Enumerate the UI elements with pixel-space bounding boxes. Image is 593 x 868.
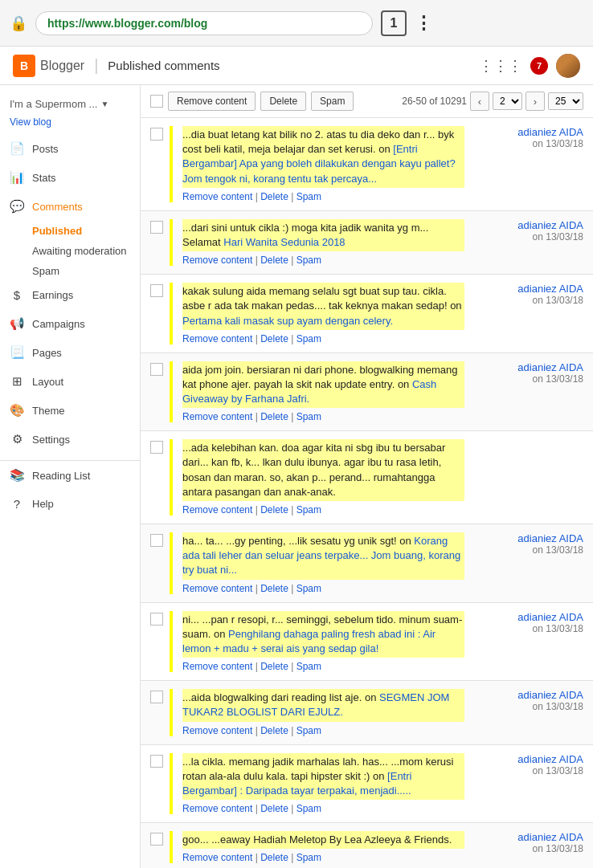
next-page-button[interactable]: › (526, 92, 545, 111)
sidebar-item-theme[interactable]: 🎨 Theme (0, 396, 140, 425)
blogger-name: Blogger (40, 59, 84, 73)
sidebar-sub-published[interactable]: Published (0, 221, 140, 241)
remove-content-link[interactable]: Remove content (182, 333, 252, 344)
remove-content-link[interactable]: Remove content (182, 852, 252, 863)
sidebar-item-settings[interactable]: ⚙ Settings (0, 425, 140, 454)
comment-text: ni... ...pan r resopi, r... seminggi, se… (182, 611, 464, 658)
comment-text: ...dia buat letang kat bilik no 2. atas … (182, 126, 464, 188)
comment-link[interactable]: Cash Giveaway by Farhana Jafri. (182, 378, 436, 405)
per-page-select[interactable]: 25 (548, 92, 583, 110)
remove-content-link[interactable]: Remove content (182, 661, 252, 672)
comment-checkbox[interactable] (150, 534, 163, 547)
delete-link[interactable]: Delete (260, 504, 288, 516)
delete-link[interactable]: Delete (260, 255, 288, 266)
remove-content-link[interactable]: Remove content (182, 191, 252, 202)
commenter-name: adianiez AIDA (471, 831, 583, 843)
spam-link[interactable]: Spam (296, 333, 321, 344)
sidebar-item-posts[interactable]: 📄 Posts (0, 134, 140, 163)
sidebar-label-comments: Comments (32, 201, 83, 213)
header-title: Published comments (108, 59, 219, 72)
remove-content-link[interactable]: Remove content (182, 504, 252, 516)
comments-toolbar: Remove content Delete Spam 26-50 of 1029… (141, 85, 593, 118)
spam-link[interactable]: Spam (296, 191, 321, 202)
comment-checkbox[interactable] (150, 833, 163, 846)
browser-menu-icon[interactable]: ⋮ (415, 13, 431, 34)
delete-button[interactable]: Delete (260, 92, 306, 111)
layout-icon: ⊞ (10, 374, 24, 389)
grid-icon[interactable]: ⋮⋮⋮ (479, 57, 522, 75)
comment-link[interactable]: Pertama kali masak sup ayam dengan celer… (182, 315, 393, 327)
comment-date: on 13/03/18 (471, 843, 583, 854)
comment-actions: Remove content | Delete | Spam (182, 661, 464, 672)
spam-link[interactable]: Spam (296, 803, 321, 814)
sidebar-sub-awaiting[interactable]: Awaiting moderation (0, 241, 140, 261)
table-row: goo... ...eaway Hadiah Meletop By Lea Az… (141, 823, 593, 868)
notification-badge[interactable]: 7 (530, 57, 548, 75)
sidebar-item-earnings[interactable]: $ Earnings (0, 281, 140, 309)
remove-content-button[interactable]: Remove content (168, 92, 256, 111)
comment-text: kakak sulung aida memang selalu sgt buat… (182, 283, 464, 330)
commenter-name: adianiez AIDA (471, 283, 583, 295)
sidebar-item-layout[interactable]: ⊞ Layout (0, 367, 140, 396)
remove-content-link[interactable]: Remove content (182, 411, 252, 422)
sidebar-item-reading-list[interactable]: 📚 Reading List (0, 461, 140, 490)
spam-link[interactable]: Spam (296, 852, 321, 863)
comment-meta: adianiez AIDA on 13/03/18 (471, 219, 583, 242)
sidebar-label-campaigns: Campaigns (32, 318, 85, 330)
spam-link[interactable]: Spam (296, 583, 321, 594)
sidebar-item-campaigns[interactable]: 📢 Campaigns (0, 309, 140, 338)
delete-link[interactable]: Delete (260, 411, 288, 422)
comment-checkbox[interactable] (150, 441, 163, 454)
delete-link[interactable]: Delete (260, 725, 288, 736)
remove-content-link[interactable]: Remove content (182, 803, 252, 814)
delete-link[interactable]: Delete (260, 803, 288, 814)
comment-checkbox[interactable] (150, 691, 163, 703)
spam-link[interactable]: Spam (296, 725, 321, 736)
comment-checkbox[interactable] (150, 755, 163, 768)
comment-checkbox[interactable] (150, 221, 163, 234)
comment-strip (170, 219, 173, 266)
sidebar-sub-spam[interactable]: Spam (0, 261, 140, 281)
pagination-range: 26-50 of 10291 (402, 96, 467, 107)
spam-link[interactable]: Spam (296, 411, 321, 422)
comment-link[interactable]: Hari Wanita Sedunia 2018 (223, 236, 345, 248)
remove-content-link[interactable]: Remove content (182, 583, 252, 594)
comment-strip (170, 611, 173, 673)
comment-link[interactable]: [Entri Bergambar] Apa yang boleh dilakuk… (182, 143, 456, 184)
remove-content-link[interactable]: Remove content (182, 255, 252, 266)
page-select[interactable]: 2 (493, 92, 522, 110)
comment-link[interactable]: SEGMEN JOM TUKAR2 BLOGLIST DARI EJULZ. (182, 691, 449, 718)
tab-badge[interactable]: 1 (381, 10, 407, 36)
remove-content-link[interactable]: Remove content (182, 725, 252, 736)
spam-link[interactable]: Spam (296, 255, 321, 266)
sidebar-item-help[interactable]: ? Help (0, 490, 140, 518)
delete-link[interactable]: Delete (260, 333, 288, 344)
comment-link[interactable]: [Entri Bergambar] : Daripada tayar terpa… (182, 770, 411, 797)
comment-link[interactable]: Penghilang dahaga paling fresh abad ini … (182, 628, 436, 654)
delete-link[interactable]: Delete (260, 191, 288, 202)
comment-checkbox[interactable] (150, 613, 163, 626)
spam-button[interactable]: Spam (311, 92, 354, 111)
url-bar[interactable]: https://www.blogger.com/blog (35, 11, 373, 35)
sidebar-item-pages[interactable]: 📃 Pages (0, 338, 140, 367)
comment-link[interactable]: Korang ada tali leher dan seluar jeans t… (182, 535, 460, 576)
select-all-checkbox[interactable] (150, 95, 163, 108)
delete-link[interactable]: Delete (260, 583, 288, 594)
comment-body: ni... ...pan r resopi, r... seminggi, se… (182, 611, 464, 673)
comment-checkbox[interactable] (150, 363, 163, 376)
comment-checkbox[interactable] (150, 128, 163, 141)
delete-link[interactable]: Delete (260, 661, 288, 672)
sidebar-item-stats[interactable]: 📊 Stats (0, 163, 140, 192)
sidebar-item-comments[interactable]: 💬 Comments (0, 192, 140, 221)
blog-title-row[interactable]: I'm a Supermom ... ▼ (0, 92, 140, 116)
spam-link[interactable]: Spam (296, 661, 321, 672)
comment-text: ha... ta... ...gy penting, ...lik sesatu… (182, 532, 464, 580)
delete-link[interactable]: Delete (260, 852, 288, 863)
content-area: Remove content Delete Spam 26-50 of 1029… (141, 85, 593, 868)
avatar[interactable] (556, 54, 580, 78)
spam-link[interactable]: Spam (296, 504, 321, 516)
comment-checkbox[interactable] (150, 284, 163, 297)
view-blog-link[interactable]: View blog (0, 116, 140, 134)
prev-page-button[interactable]: ‹ (470, 92, 489, 111)
comment-strip (170, 283, 173, 344)
